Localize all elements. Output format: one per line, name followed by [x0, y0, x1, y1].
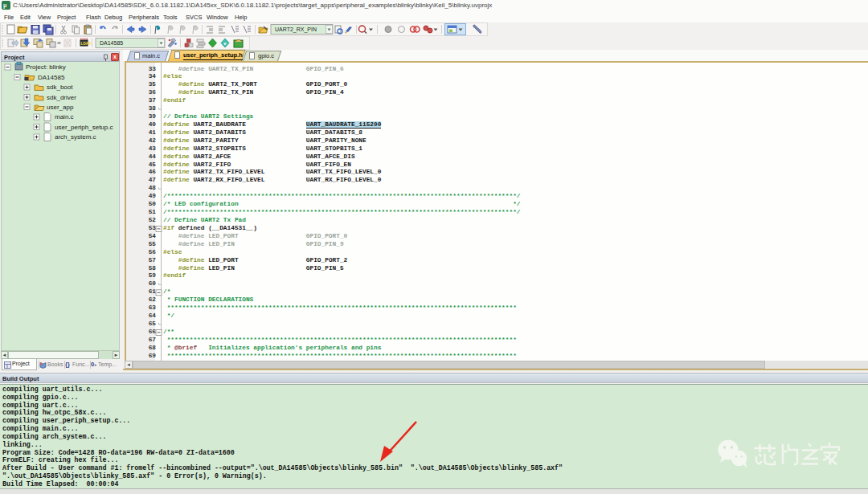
svg-text:DA14585: DA14585 [100, 40, 123, 46]
svg-text:LOAD: LOAD [81, 42, 92, 46]
svg-text:UART2_RX_PIN: UART2_RX_PIN [275, 27, 317, 33]
